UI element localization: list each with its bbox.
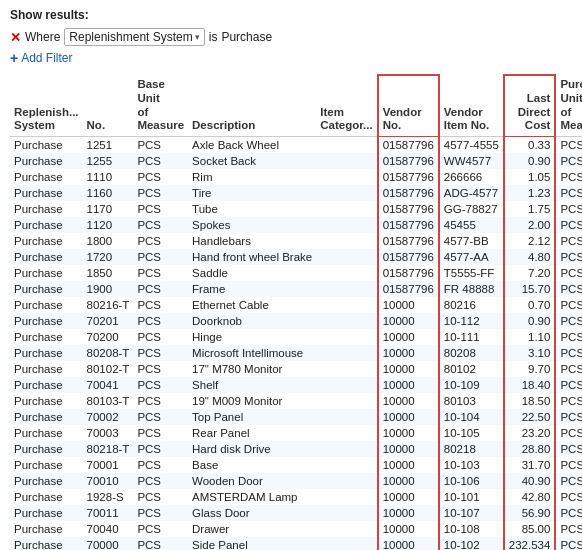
cell-purch-unit: PCS	[555, 457, 582, 473]
cell-purch-unit: PCS	[555, 377, 582, 393]
table-row[interactable]: Purchase80102-TPCS17" M780 Monitor100008…	[10, 361, 582, 377]
cell-base-unit: PCS	[133, 521, 188, 537]
cell-replenishment-system: Purchase	[10, 217, 83, 233]
cell-base-unit: PCS	[133, 281, 188, 297]
table-row[interactable]: Purchase1720PCSHand front wheel Brake015…	[10, 249, 582, 265]
cell-replenishment-system: Purchase	[10, 185, 83, 201]
col-header-replenishment-system: Replenish...System	[10, 75, 83, 137]
cell-no: 70003	[83, 425, 134, 441]
cell-no: 80102-T	[83, 361, 134, 377]
cell-no: 1850	[83, 265, 134, 281]
table-row[interactable]: Purchase70041PCSShelf1000010-10918.40PCS	[10, 377, 582, 393]
cell-last-direct-cost: 2.00	[504, 217, 556, 233]
cell-vendor-item-no: 10-111	[439, 329, 504, 345]
table-row[interactable]: Purchase1170PCSTube01587796GG-788271.75P…	[10, 201, 582, 217]
cell-no: 1110	[83, 169, 134, 185]
table-row[interactable]: Purchase70000PCSSide Panel1000010-102232…	[10, 537, 582, 550]
table-row[interactable]: Purchase1120PCSSpokes01587796454552.00PC…	[10, 217, 582, 233]
table-row[interactable]: Purchase70201PCSDoorknob1000010-1120.90P…	[10, 313, 582, 329]
cell-vendor-item-no: 10-101	[439, 489, 504, 505]
cell-description: 19" M009 Monitor	[188, 393, 316, 409]
chevron-down-icon: ▾	[195, 32, 200, 42]
cell-no: 70002	[83, 409, 134, 425]
cell-item-category	[316, 249, 377, 265]
cell-description: Side Panel	[188, 537, 316, 550]
cell-vendor-no: 01587796	[378, 249, 439, 265]
cell-replenishment-system: Purchase	[10, 249, 83, 265]
filter-field-dropdown[interactable]: Replenishment System ▾	[64, 28, 204, 46]
cell-item-category	[316, 281, 377, 297]
cell-replenishment-system: Purchase	[10, 377, 83, 393]
cell-vendor-no: 10000	[378, 377, 439, 393]
cell-description: Top Panel	[188, 409, 316, 425]
table-row[interactable]: Purchase1800PCSHandlebars015877964577-BB…	[10, 233, 582, 249]
show-results-label: Show results:	[10, 8, 572, 22]
cell-no: 80216-T	[83, 297, 134, 313]
table-row[interactable]: Purchase1160PCSTire01587796ADG-45771.23P…	[10, 185, 582, 201]
cell-base-unit: PCS	[133, 377, 188, 393]
cell-replenishment-system: Purchase	[10, 489, 83, 505]
cell-vendor-no: 01587796	[378, 217, 439, 233]
cell-last-direct-cost: 0.90	[504, 313, 556, 329]
cell-base-unit: PCS	[133, 393, 188, 409]
cell-purch-unit: PCS	[555, 153, 582, 169]
cell-item-category	[316, 345, 377, 361]
filter-remove-button[interactable]: ✕	[10, 30, 21, 45]
table-row[interactable]: Purchase70002PCSTop Panel1000010-10422.5…	[10, 409, 582, 425]
cell-purch-unit: PCS	[555, 329, 582, 345]
cell-vendor-no: 10000	[378, 441, 439, 457]
cell-description: Rear Panel	[188, 425, 316, 441]
cell-vendor-no: 10000	[378, 489, 439, 505]
cell-purch-unit: PCS	[555, 409, 582, 425]
table-row[interactable]: Purchase80218-TPCSHard disk Drive1000080…	[10, 441, 582, 457]
cell-item-category	[316, 521, 377, 537]
cell-vendor-item-no: 10-109	[439, 377, 504, 393]
table-row[interactable]: Purchase70011PCSGlass Door1000010-10756.…	[10, 505, 582, 521]
cell-vendor-item-no: 80216	[439, 297, 504, 313]
table-row[interactable]: Purchase1110PCSRim015877962666661.05PCS	[10, 169, 582, 185]
add-filter-button[interactable]: + Add Filter	[10, 50, 572, 66]
cell-no: 70000	[83, 537, 134, 550]
table-row[interactable]: Purchase80216-TPCSEthernet Cable10000802…	[10, 297, 582, 313]
cell-vendor-no: 01587796	[378, 233, 439, 249]
cell-vendor-item-no: 10-106	[439, 473, 504, 489]
cell-no: 1160	[83, 185, 134, 201]
table-row[interactable]: Purchase1928-SPCSAMSTERDAM Lamp1000010-1…	[10, 489, 582, 505]
table-row[interactable]: Purchase1900PCSFrame01587796FR 4888815.7…	[10, 281, 582, 297]
table-row[interactable]: Purchase70200PCSHinge1000010-1111.10PCS	[10, 329, 582, 345]
cell-item-category	[316, 153, 377, 169]
cell-replenishment-system: Purchase	[10, 521, 83, 537]
cell-no: 70200	[83, 329, 134, 345]
cell-last-direct-cost: 1.75	[504, 201, 556, 217]
cell-no: 80218-T	[83, 441, 134, 457]
cell-no: 1900	[83, 281, 134, 297]
cell-description: Base	[188, 457, 316, 473]
cell-replenishment-system: Purchase	[10, 313, 83, 329]
cell-last-direct-cost: 15.70	[504, 281, 556, 297]
cell-vendor-item-no: FR 48888	[439, 281, 504, 297]
cell-vendor-no: 01587796	[378, 265, 439, 281]
cell-replenishment-system: Purchase	[10, 345, 83, 361]
table-row[interactable]: Purchase1255PCSSocket Back01587796WW4577…	[10, 153, 582, 169]
table-row[interactable]: Purchase80103-TPCS19" M009 Monitor100008…	[10, 393, 582, 409]
cell-description: Saddle	[188, 265, 316, 281]
table-row[interactable]: Purchase70040PCSDrawer1000010-10885.00PC…	[10, 521, 582, 537]
table-row[interactable]: Purchase70001PCSBase1000010-10331.70PCS	[10, 457, 582, 473]
filter-value-label: Purchase	[221, 30, 272, 44]
cell-base-unit: PCS	[133, 329, 188, 345]
table-row[interactable]: Purchase80208-TPCSMicrosoft Intellimouse…	[10, 345, 582, 361]
cell-no: 1800	[83, 233, 134, 249]
table-row[interactable]: Purchase70010PCSWooden Door1000010-10640…	[10, 473, 582, 489]
table-row[interactable]: Purchase1850PCSSaddle01587796T5555-FF7.2…	[10, 265, 582, 281]
cell-base-unit: PCS	[133, 265, 188, 281]
cell-item-category	[316, 185, 377, 201]
cell-base-unit: PCS	[133, 249, 188, 265]
cell-item-category	[316, 505, 377, 521]
cell-replenishment-system: Purchase	[10, 473, 83, 489]
cell-last-direct-cost: 42.80	[504, 489, 556, 505]
cell-vendor-item-no: GG-78827	[439, 201, 504, 217]
table-row[interactable]: Purchase70003PCSRear Panel1000010-10523.…	[10, 425, 582, 441]
plus-icon: +	[10, 50, 18, 66]
cell-last-direct-cost: 4.80	[504, 249, 556, 265]
table-row[interactable]: Purchase1251PCSAxle Back Wheel0158779645…	[10, 137, 582, 154]
